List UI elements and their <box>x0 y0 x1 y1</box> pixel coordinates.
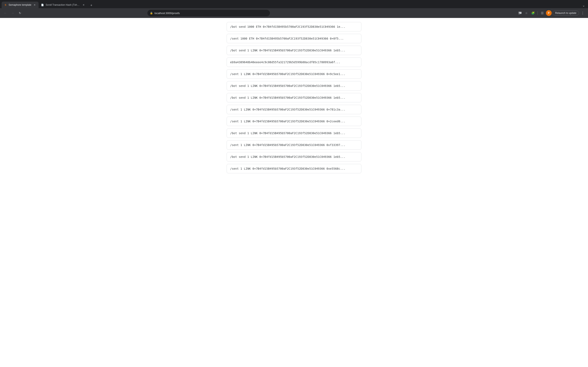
reload-button[interactable]: ↻ <box>17 10 23 16</box>
tab-semaphore[interactable]: S Semaphore template ✕ <box>2 2 39 8</box>
tab-close-icon[interactable]: ✕ <box>33 3 36 7</box>
tab-list-button[interactable]: ⌄ <box>581 2 586 8</box>
proof-item: /bot send 1 LINK 0×7B4fd15B495b5700aF2C1… <box>227 152 361 161</box>
proof-items-container: /bot send 1000 ETH 0×7B4fd15B495b5700aF2… <box>223 22 365 173</box>
tab-close-scroll-icon[interactable]: ✕ <box>82 3 85 7</box>
browser-chrome: S Semaphore template ✕ 📄 Scroll Transact… <box>0 0 588 18</box>
toolbar-divider <box>537 11 538 15</box>
profile-button[interactable]: P <box>546 10 552 16</box>
extensions-button[interactable]: 🧩 <box>530 10 536 16</box>
tab-bar: S Semaphore template ✕ 📄 Scroll Transact… <box>0 0 588 8</box>
proof-item: /sent 1 LINK 0×7B4fd15B495b5700aF2C193f5… <box>227 105 361 114</box>
address-text: localhost:3000/proofs <box>155 12 268 15</box>
relaunch-label: Relaunch to update <box>555 12 576 15</box>
proof-item: /bot send 1 LINK 0×7B4fd15B495b5700aF2C1… <box>227 128 361 138</box>
proof-item: /bot send 1000 ETH 0×7B4fd15B495b5700aF2… <box>227 22 361 31</box>
cast-button[interactable] <box>517 10 523 16</box>
proof-item: /sent 1 LINK 0×7B4fd15B495b5700aF2C193f5… <box>227 164 361 173</box>
tab-title-scroll: Scroll Transaction Hash (Txha... <box>45 3 80 6</box>
sidebar-button[interactable] <box>539 10 545 16</box>
proof-item: /sent 1000 ETH 0×7B4fd15B495b5700aF2C193… <box>227 34 361 43</box>
proof-item: /sent 1 LINK 0×7B4fd15B495b5700aF2C193f5… <box>227 69 361 79</box>
toolbar-actions: ☆ 🧩 P Relaunch to update ⋮ <box>517 10 586 16</box>
page-content: /bot send 1000 ETH 0×7B4fd15B495b5700aF2… <box>0 18 588 367</box>
address-bar[interactable]: 🔒 localhost:3000/proofs <box>147 10 270 16</box>
tab-favicon-scroll: 📄 <box>41 3 44 6</box>
svg-rect-2 <box>541 14 544 14</box>
toolbar: ← → ↻ 🔒 localhost:3000/proofs ☆ 🧩 <box>0 8 588 18</box>
proof-item: /bot send 1 LINK 0×7B4fd15B495b5700aF2C1… <box>227 81 361 91</box>
new-tab-button[interactable]: + <box>88 2 94 8</box>
proof-item: /bot send 1 LINK 0×7B4fd15B495b5700aF2C1… <box>227 46 361 55</box>
relaunch-button[interactable]: Relaunch to update <box>553 11 579 16</box>
proof-item: /bot send 1 LINK 0×7B4fd15B495b5700aF2C1… <box>227 93 361 102</box>
tab-scroll[interactable]: 📄 Scroll Transaction Hash (Txha... ✕ <box>39 2 87 8</box>
tab-title: Semaphore template <box>9 3 31 6</box>
back-button[interactable]: ← <box>2 10 8 16</box>
bookmark-button[interactable]: ☆ <box>524 10 529 16</box>
lock-icon: 🔒 <box>150 12 153 15</box>
proof-item: /sent 1 LINK 0×7B4fd15B495b5700aF2C193f5… <box>227 117 361 126</box>
proof-item: /sent 1 LINK 0×7B4fd15B495b5700aF2C193f5… <box>227 140 361 150</box>
menu-button[interactable]: ⋮ <box>580 10 586 16</box>
proof-item: eb9a4389648b40eeee4c9c08d55fa321729b5d59… <box>227 58 361 67</box>
tab-favicon: S <box>4 3 7 6</box>
forward-button[interactable]: → <box>10 10 16 16</box>
svg-rect-1 <box>541 13 544 13</box>
